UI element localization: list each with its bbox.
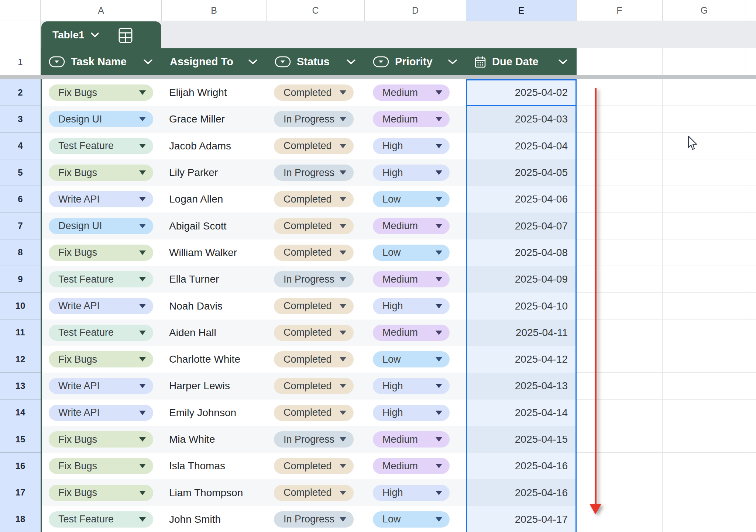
cell-due-date[interactable]: 2025-04-15 <box>466 426 577 453</box>
cell-priority[interactable]: Medium <box>365 453 466 479</box>
row-header[interactable]: 18 <box>0 506 41 532</box>
cell-priority[interactable]: Medium <box>365 79 466 106</box>
cell-status[interactable]: In Progress <box>267 266 365 293</box>
row-header[interactable]: 4 <box>0 133 41 159</box>
cell-task[interactable]: Fix Bugs <box>41 453 162 479</box>
cell-task[interactable]: Test Feature <box>41 133 162 159</box>
chevron-down-icon[interactable] <box>90 32 99 38</box>
cell-assignee[interactable]: William Walker <box>162 239 267 266</box>
row-header[interactable]: 14 <box>0 400 41 426</box>
row-header[interactable]: 13 <box>0 373 41 399</box>
cell-status[interactable]: Completed <box>267 373 365 399</box>
priority-chip[interactable]: Low <box>373 245 450 261</box>
cell-status[interactable]: In Progress <box>267 506 365 532</box>
cell-assignee[interactable]: Charlotte White <box>162 346 267 373</box>
cell-assignee[interactable]: Abigail Scott <box>162 213 267 239</box>
header-empty-f[interactable] <box>577 48 663 75</box>
cell-due-date[interactable]: 2025-04-10 <box>466 293 577 319</box>
row-header[interactable]: 17 <box>0 479 41 506</box>
cell-task[interactable]: Write API <box>41 373 162 399</box>
row-header[interactable]: 3 <box>0 106 41 132</box>
cell-due-date[interactable]: 2025-04-12 <box>466 346 577 373</box>
row-header[interactable]: 10 <box>0 293 41 319</box>
task-chip[interactable]: Test Feature <box>49 511 153 528</box>
task-chip[interactable]: Fix Bugs <box>49 431 153 448</box>
cell-due-date[interactable]: 2025-04-03 <box>466 106 577 132</box>
cell-empty-g[interactable] <box>663 479 746 506</box>
task-chip[interactable]: Write API <box>49 405 153 421</box>
cell-due-date[interactable]: 2025-04-17 <box>466 506 577 532</box>
priority-chip[interactable]: Low <box>373 191 450 207</box>
cell-priority[interactable]: Low <box>365 346 466 373</box>
cell-status[interactable]: Completed <box>267 400 365 426</box>
priority-chip[interactable]: Medium <box>373 111 450 127</box>
priority-chip[interactable]: High <box>373 485 450 501</box>
cell-due-date[interactable]: 2025-04-13 <box>466 373 577 399</box>
status-chip[interactable]: In Progress <box>274 511 354 528</box>
chevron-down-icon[interactable] <box>346 59 356 65</box>
header-due-date[interactable]: Due Date <box>466 48 577 75</box>
cell-assignee[interactable]: Jacob Adams <box>162 133 267 159</box>
cell-task[interactable]: Test Feature <box>41 319 162 346</box>
cell-priority[interactable]: High <box>365 373 466 399</box>
cell-status[interactable]: In Progress <box>267 106 365 132</box>
column-header-g[interactable]: G <box>663 0 746 21</box>
task-chip[interactable]: Fix Bugs <box>49 245 153 261</box>
cell-due-date[interactable]: 2025-04-07 <box>466 213 577 239</box>
task-chip[interactable]: Fix Bugs <box>49 458 153 474</box>
priority-chip[interactable]: Medium <box>373 431 450 448</box>
row-header[interactable]: 7 <box>0 213 41 239</box>
status-chip[interactable]: In Progress <box>274 431 354 448</box>
cell-empty-g[interactable] <box>663 266 746 293</box>
cell-task[interactable]: Fix Bugs <box>41 346 162 373</box>
cell-assignee[interactable]: Logan Allen <box>162 186 267 213</box>
cell-due-date[interactable]: 2025-04-16 <box>466 479 577 506</box>
cell-empty-g[interactable] <box>663 239 746 266</box>
status-chip[interactable]: Completed <box>274 218 354 234</box>
row-header[interactable]: 1 <box>0 48 41 75</box>
header-assigned-to[interactable]: Assigned To <box>162 48 267 75</box>
cell-due-date[interactable]: 2025-04-05 <box>466 159 577 186</box>
cell-priority[interactable]: Medium <box>365 426 466 453</box>
cell-status[interactable]: In Progress <box>267 159 365 186</box>
cell-assignee[interactable]: Harper Lewis <box>162 373 267 399</box>
cell-task[interactable]: Design UI <box>41 106 162 132</box>
priority-chip[interactable]: Medium <box>373 325 450 341</box>
row-header[interactable]: 9 <box>0 266 41 293</box>
cell-assignee[interactable]: John Smith <box>162 506 267 532</box>
cell-priority[interactable]: Low <box>365 239 466 266</box>
column-header-c[interactable]: C <box>267 0 365 21</box>
cell-priority[interactable]: High <box>365 159 466 186</box>
cell-due-date[interactable]: 2025-04-09 <box>466 266 577 293</box>
cell-assignee[interactable]: Emily Johnson <box>162 400 267 426</box>
cell-priority[interactable]: Medium <box>365 106 466 132</box>
priority-chip[interactable]: Medium <box>373 271 450 287</box>
task-chip[interactable]: Fix Bugs <box>49 485 153 501</box>
chevron-down-icon[interactable] <box>248 59 258 65</box>
status-chip[interactable]: Completed <box>274 405 354 421</box>
cell-assignee[interactable]: Grace Miller <box>162 106 267 132</box>
chevron-down-icon[interactable] <box>143 59 153 65</box>
header-empty-g[interactable] <box>663 48 746 75</box>
task-chip[interactable]: Test Feature <box>49 325 153 341</box>
frozen-row-divider[interactable] <box>0 75 756 79</box>
cell-due-date[interactable]: 2025-04-16 <box>466 453 577 479</box>
cell-task[interactable]: Fix Bugs <box>41 479 162 506</box>
cell-status[interactable]: Completed <box>267 186 365 213</box>
cell-empty-g[interactable] <box>663 293 746 319</box>
chevron-down-icon[interactable] <box>558 59 568 65</box>
cell-empty-g[interactable] <box>663 506 746 532</box>
cell-assignee[interactable]: Elijah Wright <box>162 79 267 106</box>
header-status[interactable]: Status <box>267 48 365 75</box>
column-header-a[interactable]: A <box>41 0 162 21</box>
row-header[interactable]: 6 <box>0 186 41 213</box>
chevron-down-icon[interactable] <box>448 59 457 65</box>
cell-task[interactable]: Fix Bugs <box>41 239 162 266</box>
task-chip[interactable]: Write API <box>49 191 153 207</box>
row-header[interactable]: 15 <box>0 426 41 453</box>
status-chip[interactable]: In Progress <box>274 165 354 181</box>
cell-empty-g[interactable] <box>663 373 746 399</box>
task-chip[interactable]: Test Feature <box>49 138 153 154</box>
column-header-f[interactable]: F <box>577 0 663 21</box>
cell-status[interactable]: Completed <box>267 293 365 319</box>
